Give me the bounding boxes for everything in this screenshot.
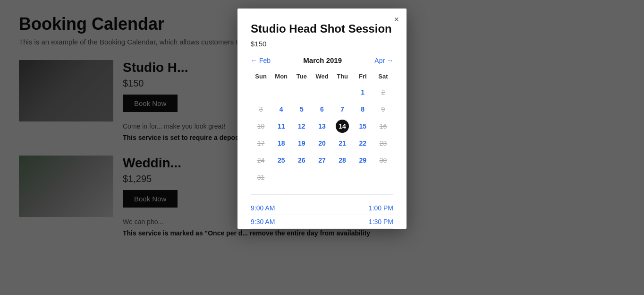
weekday-tue: Tue <box>291 71 312 84</box>
calendar-cell: 12 <box>291 118 312 135</box>
calendar-day-10: 10 <box>254 120 268 133</box>
calendar-navigation: ← Feb March 2019 Apr → <box>251 56 393 64</box>
calendar-day-3: 3 <box>254 103 268 116</box>
calendar-day-14[interactable]: 14 <box>336 120 349 133</box>
weekday-sat: Sat <box>373 71 393 84</box>
time-slot-am-1[interactable]: 9:30 AM <box>251 218 275 226</box>
calendar-cell: 22 <box>353 135 373 152</box>
calendar-day-30: 30 <box>376 154 390 167</box>
calendar-cell <box>353 169 373 186</box>
calendar-day-22[interactable]: 22 <box>356 137 369 150</box>
calendar-week-row: 10111213141516 <box>251 118 393 135</box>
calendar-day-26[interactable]: 26 <box>295 154 308 167</box>
calendar-cell: 5 <box>291 101 312 118</box>
calendar-day-16: 16 <box>376 120 390 133</box>
calendar-cell: 19 <box>291 135 312 152</box>
calendar-day-2: 2 <box>376 86 390 99</box>
weekday-fri: Fri <box>353 71 373 84</box>
calendar-cell: 7 <box>332 101 353 118</box>
calendar-cell <box>373 169 393 186</box>
current-month-label: March 2019 <box>303 56 342 64</box>
calendar-cell: 3 <box>251 101 271 118</box>
calendar-cell: 18 <box>271 135 291 152</box>
calendar-day-31: 31 <box>254 171 268 184</box>
calendar-cell: 15 <box>353 118 373 135</box>
calendar-header-row: Sun Mon Tue Wed Thu Fri Sat <box>251 71 393 84</box>
calendar-day-11[interactable]: 11 <box>275 120 288 133</box>
calendar-cell: 17 <box>251 135 271 152</box>
calendar-cell <box>291 84 312 101</box>
calendar-day-1[interactable]: 1 <box>356 86 369 99</box>
calendar-cell: 9 <box>373 101 393 118</box>
calendar-day-29[interactable]: 29 <box>356 154 369 167</box>
calendar-day-27[interactable]: 27 <box>315 154 329 167</box>
calendar-week-row: 3456789 <box>251 101 393 118</box>
calendar-day-12[interactable]: 12 <box>295 120 308 133</box>
time-slots-section: 9:00 AM1:00 PM9:30 AM1:30 PM <box>251 194 393 229</box>
modal-price: $150 <box>251 40 393 48</box>
modal-title: Studio Head Shot Session <box>251 22 393 36</box>
weekday-mon: Mon <box>271 71 291 84</box>
calendar-cell: 8 <box>353 101 373 118</box>
calendar-cell: 21 <box>332 135 353 152</box>
calendar-day-15[interactable]: 15 <box>356 120 369 133</box>
calendar-week-row: 24252627282930 <box>251 152 393 169</box>
calendar-day-18[interactable]: 18 <box>275 137 288 150</box>
calendar-cell <box>312 169 332 186</box>
calendar-cell <box>271 84 291 101</box>
calendar-cell: 28 <box>332 152 353 169</box>
calendar-cell: 31 <box>251 169 271 186</box>
time-slot-row-0: 9:00 AM1:00 PM <box>251 201 393 215</box>
weekday-wed: Wed <box>312 71 332 84</box>
calendar-day-13[interactable]: 13 <box>315 120 329 133</box>
calendar-day-5[interactable]: 5 <box>295 103 308 116</box>
calendar-cell: 23 <box>373 135 393 152</box>
modal-close-button[interactable]: × <box>394 15 399 24</box>
calendar-day-20[interactable]: 20 <box>315 137 329 150</box>
calendar-cell: 1 <box>353 84 373 101</box>
time-slot-row-1: 9:30 AM1:30 PM <box>251 215 393 229</box>
calendar-cell <box>271 169 291 186</box>
calendar-week-row: 12 <box>251 84 393 101</box>
time-slot-am-0[interactable]: 9:00 AM <box>251 204 275 212</box>
calendar-week-row: 31 <box>251 169 393 186</box>
calendar-day-21[interactable]: 21 <box>336 137 349 150</box>
calendar-cell: 13 <box>312 118 332 135</box>
calendar-cell: 29 <box>353 152 373 169</box>
calendar-cell: 6 <box>312 101 332 118</box>
calendar-day-24: 24 <box>254 154 268 167</box>
calendar-day-8[interactable]: 8 <box>356 103 369 116</box>
calendar-cell <box>291 169 312 186</box>
calendar-day-6[interactable]: 6 <box>315 103 329 116</box>
calendar-cell: 4 <box>271 101 291 118</box>
calendar-cell: 10 <box>251 118 271 135</box>
calendar-grid: Sun Mon Tue Wed Thu Fri Sat 123456789101… <box>251 71 393 186</box>
time-slot-pm-1[interactable]: 1:30 PM <box>369 218 393 226</box>
calendar-cell: 2 <box>373 84 393 101</box>
calendar-cell <box>312 84 332 101</box>
calendar-cell: 14 <box>332 118 353 135</box>
calendar-week-row: 17181920212223 <box>251 135 393 152</box>
calendar-cell <box>332 169 353 186</box>
calendar-day-25[interactable]: 25 <box>275 154 288 167</box>
time-slot-pm-0[interactable]: 1:00 PM <box>369 204 393 212</box>
calendar-day-9: 9 <box>376 103 390 116</box>
calendar-cell <box>251 84 271 101</box>
calendar-day-23: 23 <box>376 137 390 150</box>
calendar-cell: 25 <box>271 152 291 169</box>
calendar-day-7[interactable]: 7 <box>336 103 349 116</box>
calendar-cell: 16 <box>373 118 393 135</box>
next-month-button[interactable]: Apr → <box>374 57 393 64</box>
calendar-cell: 26 <box>291 152 312 169</box>
booking-modal: × Studio Head Shot Session $150 ← Feb Ma… <box>237 9 407 229</box>
weekday-thu: Thu <box>332 71 353 84</box>
calendar-day-19[interactable]: 19 <box>295 137 308 150</box>
calendar-cell: 11 <box>271 118 291 135</box>
calendar-day-17: 17 <box>254 137 268 150</box>
calendar-cell: 27 <box>312 152 332 169</box>
calendar-cell: 20 <box>312 135 332 152</box>
calendar-day-28[interactable]: 28 <box>336 154 349 167</box>
calendar-day-4[interactable]: 4 <box>275 103 288 116</box>
calendar-cell <box>332 84 353 101</box>
prev-month-button[interactable]: ← Feb <box>251 57 271 64</box>
